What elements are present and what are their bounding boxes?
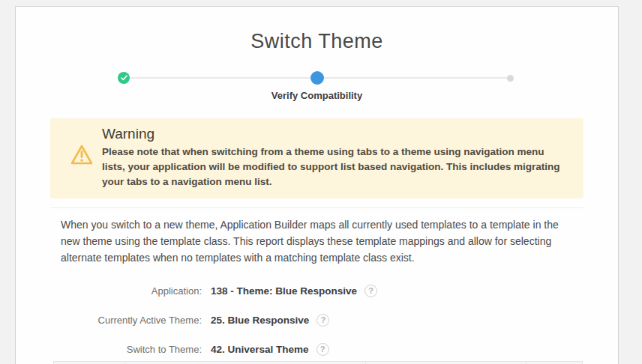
warning-triangle-icon bbox=[70, 144, 94, 169]
step-pending-indicator bbox=[507, 75, 514, 82]
switch-theme-help-icon[interactable]: ? bbox=[316, 343, 329, 356]
step-current-indicator bbox=[310, 71, 324, 85]
current-theme-field-value: 25. Blue Responsive bbox=[211, 315, 309, 326]
switch-theme-wizard-card: Switch Theme Verify Compatibility Warnin… bbox=[15, 6, 619, 364]
theme-summary-fields: Application: 138 - Theme: Blue Responsiv… bbox=[50, 283, 584, 357]
application-field-value: 138 - Theme: Blue Responsive bbox=[211, 285, 357, 297]
current-theme-help-icon[interactable]: ? bbox=[316, 314, 329, 327]
section-divider bbox=[50, 207, 584, 208]
application-field-label: Application: bbox=[50, 285, 202, 297]
step-complete-indicator bbox=[118, 72, 130, 84]
warning-title: Warning bbox=[102, 125, 568, 143]
current-step-label: Verify Compatibility bbox=[50, 90, 584, 101]
page-title: Switch Theme bbox=[50, 29, 584, 54]
wizard-progress-stepper: Verify Compatibility bbox=[50, 67, 584, 103]
field-row-current-theme: Currently Active Theme: 25. Blue Respons… bbox=[50, 312, 584, 327]
template-mapping-table-header bbox=[53, 361, 583, 364]
wizard-description: When you switch to a new theme, Applicat… bbox=[50, 216, 584, 266]
current-theme-field-label: Currently Active Theme: bbox=[50, 315, 202, 326]
application-help-icon[interactable]: ? bbox=[364, 285, 377, 297]
field-row-switch-theme: Switch to Theme: 42. Universal Theme ? bbox=[50, 342, 584, 357]
check-icon bbox=[121, 75, 128, 81]
warning-message: Please note that when switching from a t… bbox=[102, 145, 568, 189]
switch-theme-field-value: 42. Universal Theme bbox=[211, 344, 309, 355]
warning-callout: Warning Please note that when switching … bbox=[50, 118, 584, 198]
switch-theme-field-label: Switch to Theme: bbox=[50, 344, 202, 355]
field-row-application: Application: 138 - Theme: Blue Responsiv… bbox=[50, 283, 584, 298]
